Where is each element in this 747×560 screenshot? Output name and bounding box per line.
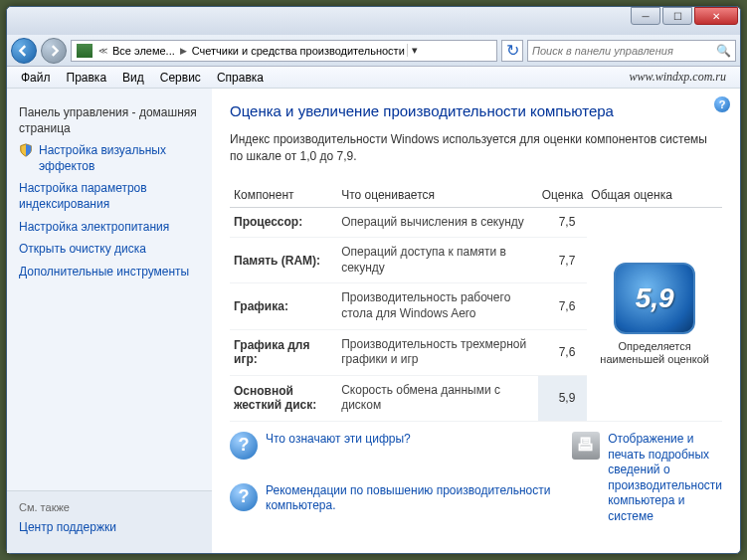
sidebar-item-disk-cleanup[interactable]: Открыть очистку диска xyxy=(19,242,200,258)
close-button[interactable]: ✕ xyxy=(694,7,738,25)
help-icon[interactable]: ? xyxy=(714,96,730,112)
cell-score: 5,9 xyxy=(538,375,588,421)
sidebar-item-label: Настройка визуальных эффектов xyxy=(39,143,200,174)
overall-score-badge: 5,9 xyxy=(614,263,695,334)
menu-view[interactable]: Вид xyxy=(114,71,152,85)
search-input[interactable] xyxy=(532,45,716,57)
back-button[interactable] xyxy=(11,38,37,64)
page-intro: Индекс производительности Windows исполь… xyxy=(230,131,722,165)
breadcrumb[interactable]: ≪ Все элеме... ▶ Счетчики и средства про… xyxy=(71,40,497,62)
shield-icon xyxy=(19,143,33,157)
cell-score: 7,5 xyxy=(538,207,588,238)
cell-description: Производительность трехмерной графики и … xyxy=(337,329,538,375)
link-what-numbers[interactable]: ? Что означают эти цифры? xyxy=(230,432,552,473)
question-icon: ? xyxy=(230,432,258,460)
titlebar[interactable]: ─ ☐ ✕ xyxy=(7,7,740,35)
performance-table: Компонент Что оценивается Оценка Общая о… xyxy=(230,183,722,422)
cell-description: Операций вычисления в секунду xyxy=(337,207,538,238)
cell-score: 7,6 xyxy=(538,283,588,329)
table-row: Процессор: Операций вычисления в секунду… xyxy=(230,207,722,238)
chevron-right-icon[interactable]: ▶ xyxy=(177,46,190,56)
sidebar-home-link[interactable]: Панель управления - домашняя страница xyxy=(19,105,200,136)
cell-score: 7,7 xyxy=(538,238,588,283)
cell-component: Процессор: xyxy=(230,207,337,238)
breadcrumb-dropdown[interactable]: ▾ xyxy=(407,44,423,57)
overall-score-cell: 5,9 Определяется наименьшей оценкой xyxy=(587,207,722,421)
col-what: Что оценивается xyxy=(337,183,538,208)
see-also-label: См. также xyxy=(19,501,200,513)
sidebar-item-power[interactable]: Настройка электропитания xyxy=(19,220,200,236)
cell-description: Скорость обмена данными с диском xyxy=(337,375,538,421)
menu-help[interactable]: Справка xyxy=(209,71,272,85)
forward-button[interactable] xyxy=(41,38,67,64)
breadcrumb-item[interactable]: Все элеме... xyxy=(110,45,177,57)
question-icon: ? xyxy=(230,483,258,511)
menu-edit[interactable]: Правка xyxy=(59,71,115,85)
cell-component: Графика: xyxy=(230,283,337,329)
menu-service[interactable]: Сервис xyxy=(152,71,209,85)
cell-description: Операций доступа к памяти в секунду xyxy=(337,238,538,283)
menubar: Файл Правка Вид Сервис Справка www.windx… xyxy=(7,67,740,89)
search-icon[interactable]: 🔍 xyxy=(716,44,731,58)
nav-toolbar: ≪ Все элеме... ▶ Счетчики и средства про… xyxy=(7,35,740,67)
maximize-button[interactable]: ☐ xyxy=(662,7,692,25)
col-component: Компонент xyxy=(230,183,337,208)
breadcrumb-item[interactable]: Счетчики и средства производительности xyxy=(190,45,407,57)
sidebar-item-advanced-tools[interactable]: Дополнительные инструменты xyxy=(19,265,200,280)
sidebar-item-visual-effects[interactable]: Настройка визуальных эффектов xyxy=(19,143,200,174)
sidebar-item-indexing[interactable]: Настройка параметров индексирования xyxy=(19,181,200,212)
sidebar-item-support[interactable]: Центр поддержки xyxy=(19,520,200,536)
cell-description: Производительность рабочего стола для Wi… xyxy=(337,283,538,329)
link-print-details[interactable]: 🖶 Отображение и печать подробных сведени… xyxy=(572,432,722,525)
cell-component: Графика для игр: xyxy=(230,329,337,375)
search-box[interactable]: 🔍 xyxy=(527,40,736,62)
watermark-text: www.windxp.com.ru xyxy=(630,70,734,85)
refresh-button[interactable]: ↻ xyxy=(501,40,523,62)
page-title: Оценка и увеличение производительности к… xyxy=(230,102,722,119)
footer-links: ? Что означают эти цифры? ? Рекомендации… xyxy=(230,432,722,525)
overall-score-caption: Определяется наименьшей оценкой xyxy=(593,340,716,366)
content-area: Панель управления - домашняя страница На… xyxy=(7,89,740,553)
col-score: Оценка xyxy=(538,183,588,208)
cell-score: 7,6 xyxy=(538,329,588,375)
sidebar: Панель управления - домашняя страница На… xyxy=(7,89,212,553)
menu-file[interactable]: Файл xyxy=(13,71,59,85)
printer-icon: 🖶 xyxy=(572,432,600,460)
chevron-right-icon[interactable]: ≪ xyxy=(95,46,110,56)
sidebar-see-also: См. также Центр поддержки xyxy=(7,490,212,553)
minimize-button[interactable]: ─ xyxy=(631,7,660,25)
main-pane: ? Оценка и увеличение производительности… xyxy=(212,89,740,553)
link-recommendations[interactable]: ? Рекомендации по повышению производител… xyxy=(230,483,552,525)
control-panel-icon xyxy=(77,44,93,58)
cell-component: Основной жесткий диск: xyxy=(230,375,337,421)
cell-component: Память (RAM): xyxy=(230,238,337,283)
explorer-window: ─ ☐ ✕ ≪ Все элеме... ▶ Счетчики и средст… xyxy=(6,6,741,554)
col-overall: Общая оценка xyxy=(587,183,722,208)
